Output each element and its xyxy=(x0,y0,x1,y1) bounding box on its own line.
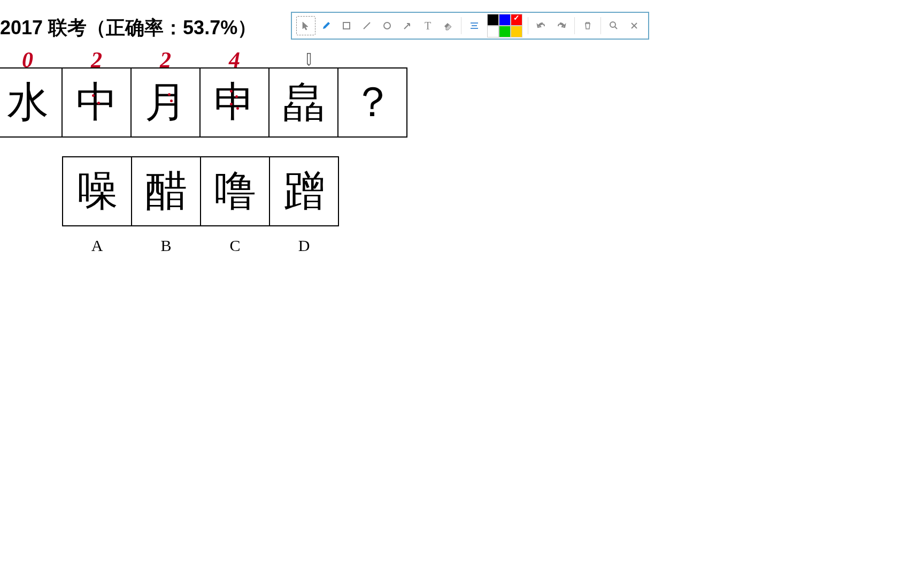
annotation-3: 4 xyxy=(199,47,270,74)
color-palette xyxy=(487,14,522,37)
options-row: 噪 醋 噜 蹭 xyxy=(62,156,339,226)
annotation-2: 2 xyxy=(130,47,201,74)
red-dot xyxy=(97,102,100,104)
option-label-D: D xyxy=(269,237,339,255)
trash-button[interactable] xyxy=(578,16,597,35)
eraser-tool[interactable] xyxy=(438,16,458,35)
red-dot xyxy=(230,90,233,93)
question-row: 水 中 月 申 皛 ？ xyxy=(0,67,407,138)
rect-tool[interactable] xyxy=(337,16,356,35)
annotation-0: 0 xyxy=(0,47,63,74)
color-white[interactable] xyxy=(487,26,499,37)
cursor-icon xyxy=(301,21,311,31)
square-icon xyxy=(342,21,351,31)
redo-button[interactable] xyxy=(552,16,571,35)
svg-rect-0 xyxy=(343,22,350,29)
svg-point-2 xyxy=(384,22,390,29)
circle-tool[interactable] xyxy=(378,16,397,35)
color-blue[interactable] xyxy=(499,14,511,26)
align-icon xyxy=(469,21,479,31)
option-label-A: A xyxy=(62,237,132,255)
question-cell-2: 月 xyxy=(130,67,201,138)
arrow-icon xyxy=(403,21,412,31)
close-icon xyxy=(630,21,638,30)
arrow-tool[interactable] xyxy=(398,16,417,35)
annotation-row: 0 2 2 4 xyxy=(0,47,407,74)
red-dot xyxy=(168,93,171,96)
toolbar-separator xyxy=(574,17,575,34)
option-cell-A: 噪 xyxy=(62,156,132,226)
toolbar-separator xyxy=(600,17,601,34)
color-yellow[interactable] xyxy=(511,26,522,37)
close-button[interactable] xyxy=(625,16,644,35)
toolbar-separator xyxy=(461,17,461,34)
annotation-toolbar: T xyxy=(291,12,649,40)
annotation-1: 2 xyxy=(61,47,132,74)
red-dot xyxy=(170,100,173,102)
page-title: 2017 联考（正确率：53.7%） xyxy=(0,15,257,41)
search-icon xyxy=(609,21,619,31)
red-dot xyxy=(230,103,233,105)
red-dot xyxy=(235,95,238,98)
undo-button[interactable] xyxy=(532,16,551,35)
pen-icon xyxy=(321,20,332,31)
toolbar-separator xyxy=(528,17,528,34)
line-tool[interactable] xyxy=(357,16,376,35)
svg-point-6 xyxy=(610,22,615,27)
question-cell-1: 中 xyxy=(61,67,132,138)
red-dot xyxy=(92,94,95,97)
pen-tool[interactable] xyxy=(317,16,336,35)
text-icon: T xyxy=(425,20,431,32)
undo-icon xyxy=(536,21,546,31)
text-tool[interactable]: T xyxy=(418,16,437,35)
color-green[interactable] xyxy=(499,26,511,37)
question-cell-3: 申 xyxy=(199,67,270,138)
circle-icon xyxy=(382,21,392,31)
redo-icon xyxy=(557,21,566,31)
option-label-B: B xyxy=(131,237,201,255)
eraser-icon xyxy=(443,20,453,31)
option-cell-C: 噜 xyxy=(200,156,270,226)
option-cell-B: 醋 xyxy=(131,156,201,226)
zoom-button[interactable] xyxy=(604,16,623,35)
question-cell-4: 皛 xyxy=(268,67,338,138)
option-labels-row: A B C D xyxy=(62,237,339,255)
question-cell-5: ？ xyxy=(337,67,407,138)
trash-icon xyxy=(583,21,592,31)
option-label-C: C xyxy=(200,237,270,255)
align-tool[interactable] xyxy=(465,16,484,35)
svg-line-1 xyxy=(364,22,370,29)
select-tool[interactable] xyxy=(296,16,315,35)
red-dot xyxy=(236,107,239,110)
line-icon xyxy=(362,21,372,31)
question-cell-0: 水 xyxy=(0,67,63,138)
option-cell-D: 蹭 xyxy=(269,156,339,226)
color-red[interactable] xyxy=(511,14,522,26)
annotation-5 xyxy=(337,47,407,74)
svg-line-7 xyxy=(615,27,617,29)
color-black[interactable] xyxy=(487,14,499,26)
